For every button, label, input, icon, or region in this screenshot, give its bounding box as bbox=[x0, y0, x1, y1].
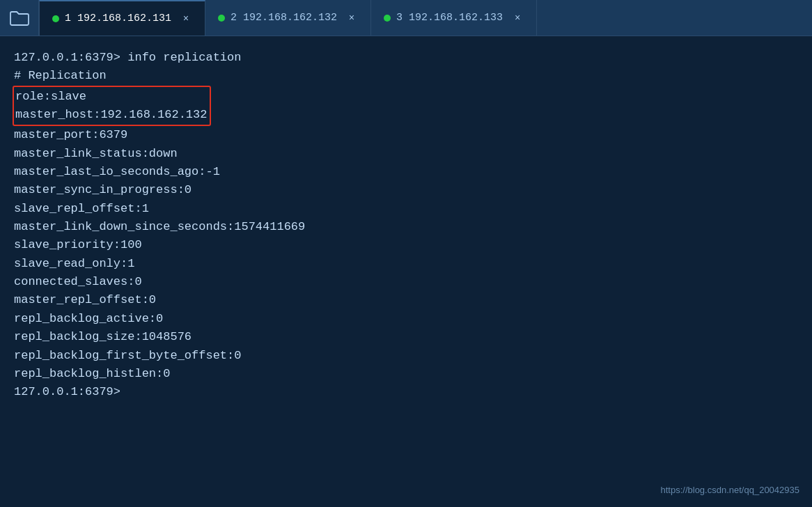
highlighted-line-2: master_host:192.168.162.132 bbox=[15, 106, 207, 124]
terminal-area: 127.0.0.1:6379> info replication # Repli… bbox=[0, 36, 812, 507]
watermark: https://blog.csdn.net/qq_20042935 bbox=[661, 483, 800, 497]
tab-1-status-dot bbox=[52, 15, 59, 22]
tab-1-close[interactable]: × bbox=[180, 13, 192, 25]
output-line-3: master_last_io_seconds_ago:-1 bbox=[14, 163, 798, 181]
output-line-11: repl_backlog_active:0 bbox=[14, 310, 798, 328]
tab-3-close[interactable]: × bbox=[511, 12, 524, 24]
tab-2-status-dot bbox=[218, 15, 225, 22]
tab-1[interactable]: 1 192.168.162.131 × bbox=[39, 0, 205, 36]
highlighted-block: role:slave master_host:192.168.162.132 bbox=[14, 86, 798, 127]
output-line-12: repl_backlog_size:1048576 bbox=[14, 328, 798, 346]
section-header: # Replication bbox=[14, 67, 798, 85]
tab-2[interactable]: 2 192.168.162.132 × bbox=[205, 0, 371, 36]
output-line-1: master_port:6379 bbox=[14, 126, 798, 144]
output-line-14: repl_backlog_histlen:0 bbox=[14, 365, 798, 383]
end-prompt: 127.0.0.1:6379> bbox=[14, 383, 798, 401]
prompt-line: 127.0.0.1:6379> info replication bbox=[14, 49, 798, 67]
output-line-8: slave_read_only:1 bbox=[14, 255, 798, 273]
tab-1-label: 1 192.168.162.131 bbox=[65, 13, 171, 24]
output-line-2: master_link_status:down bbox=[14, 145, 798, 163]
folder-button[interactable] bbox=[0, 0, 39, 36]
output-line-10: master_repl_offset:0 bbox=[14, 291, 798, 309]
tab-2-label: 2 192.168.162.132 bbox=[231, 12, 337, 24]
output-line-9: connected_slaves:0 bbox=[14, 273, 798, 291]
output-line-13: repl_backlog_first_byte_offset:0 bbox=[14, 347, 798, 365]
tab-3-status-dot bbox=[384, 15, 391, 22]
output-line-7: slave_priority:100 bbox=[14, 236, 798, 254]
highlighted-line-1: role:slave bbox=[15, 88, 207, 106]
output-line-6: master_link_down_since_seconds:157441166… bbox=[14, 218, 798, 236]
tab-bar: 1 192.168.162.131 × 2 192.168.162.132 × … bbox=[0, 0, 812, 36]
output-line-4: master_sync_in_progress:0 bbox=[14, 181, 798, 199]
output-line-5: slave_repl_offset:1 bbox=[14, 200, 798, 218]
tab-2-close[interactable]: × bbox=[345, 12, 358, 24]
folder-icon bbox=[10, 10, 29, 26]
tab-3-label: 3 192.168.162.133 bbox=[396, 12, 503, 24]
tab-3[interactable]: 3 192.168.162.133 × bbox=[371, 0, 537, 36]
